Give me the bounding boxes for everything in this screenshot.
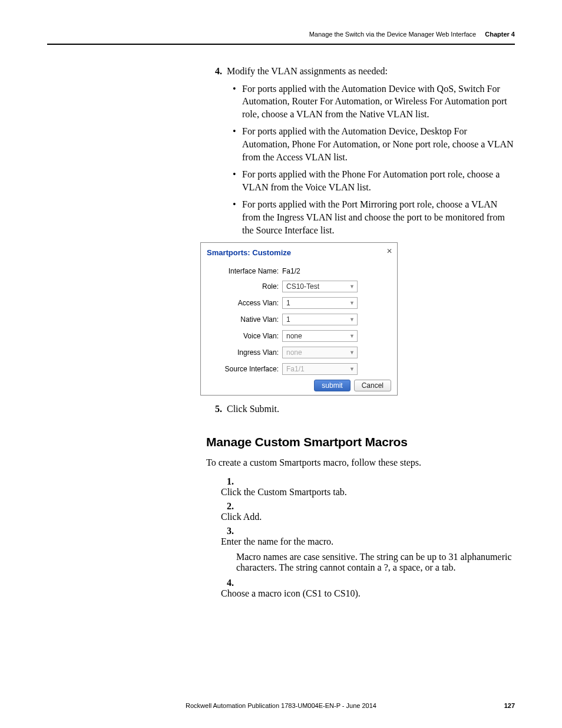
header-rule: [47, 44, 515, 45]
label-voice-vlan: Voice Vlan:: [207, 331, 282, 341]
value-interface-name: Fa1/2: [282, 266, 300, 276]
dialog-title: Smartports: Customize: [207, 248, 391, 258]
s2-step-1: 1. Click the Custom Smartports tab.: [221, 476, 515, 498]
label-native-vlan: Native Vlan:: [207, 315, 282, 324]
chevron-down-icon: ▼: [349, 349, 355, 356]
s2-step-2: 2. Click Add.: [221, 501, 515, 522]
row-ingress-vlan: Ingress Vlan: none ▼: [207, 347, 391, 358]
section-heading: Manage Custom Smartport Macros: [206, 435, 515, 449]
row-voice-vlan: Voice Vlan: none ▼: [207, 330, 391, 342]
chevron-down-icon: ▼: [349, 332, 355, 340]
chevron-down-icon: ▼: [349, 283, 355, 290]
s2-step-4-marker: 4.: [221, 578, 234, 588]
select-source-interface: Fa1/1 ▼: [282, 363, 358, 375]
step-4-text: Modify the VLAN assignments as needed:: [227, 65, 508, 78]
page-footer: Rockwell Automation Publication 1783-UM0…: [47, 702, 515, 709]
main-content: 4. Modify the VLAN assignments as needed…: [209, 65, 515, 415]
bullet-3: For ports applied with the Phone For Aut…: [233, 168, 515, 193]
row-role: Role: CS10-Test ▼: [207, 281, 391, 292]
select-ingress-vlan-value: none: [286, 348, 302, 357]
s2-step-2-marker: 2.: [221, 501, 234, 512]
select-native-vlan-value: 1: [286, 315, 290, 324]
select-source-interface-value: Fa1/1: [286, 364, 305, 374]
row-access-vlan: Access Vlan: 1 ▼: [207, 297, 391, 309]
bullet-4: For ports applied with the Port Mirrorin…: [233, 198, 515, 236]
page-header: Manage the Switch via the Device Manager…: [309, 31, 515, 38]
header-section: Manage the Switch via the Device Manager…: [309, 31, 477, 38]
step-list-2: 1. Click the Custom Smartports tab. 2. C…: [221, 476, 515, 599]
section-2: Manage Custom Smartport Macros To create…: [206, 435, 515, 599]
smartports-dialog: ✕ Smartports: Customize Interface Name: …: [200, 242, 398, 396]
step-4-marker: 4.: [209, 65, 222, 78]
s2-step-1-text: Click the Custom Smartports tab.: [221, 487, 503, 498]
s2-step-3-marker: 3.: [221, 526, 234, 536]
step-5-text: Click Submit.: [227, 403, 508, 416]
submit-button[interactable]: submit: [314, 380, 350, 391]
chevron-down-icon: ▼: [349, 365, 355, 373]
step-4-bullets: For ports applied with the Automation De…: [233, 83, 515, 237]
row-interface-name: Interface Name: Fa1/2: [207, 266, 391, 276]
s2-step-3-text: Enter the name for the macro.: [221, 536, 503, 547]
section-intro: To create a custom Smartports macro, fol…: [206, 457, 515, 468]
bullet-1: For ports applied with the Automation De…: [233, 83, 515, 121]
label-interface-name: Interface Name:: [207, 266, 282, 276]
s2-step-4-text: Choose a macro icon (CS1 to CS10).: [221, 588, 503, 599]
row-source-interface: Source Interface: Fa1/1 ▼: [207, 363, 391, 375]
cancel-button[interactable]: Cancel: [354, 380, 391, 391]
header-chapter: Chapter 4: [485, 31, 515, 38]
select-access-vlan-value: 1: [286, 298, 290, 308]
smartports-dialog-wrap: ✕ Smartports: Customize Interface Name: …: [200, 242, 515, 396]
label-source-interface: Source Interface:: [207, 364, 282, 374]
label-role: Role:: [207, 282, 282, 291]
row-native-vlan: Native Vlan: 1 ▼: [207, 314, 391, 325]
select-voice-vlan-value: none: [286, 331, 302, 341]
select-voice-vlan[interactable]: none ▼: [282, 330, 358, 342]
label-ingress-vlan: Ingress Vlan:: [207, 348, 282, 357]
step-list-1: 4. Modify the VLAN assignments as needed…: [209, 65, 515, 415]
select-role-value: CS10-Test: [286, 282, 319, 291]
close-icon[interactable]: ✕: [386, 246, 392, 256]
s2-step-3-note: Macro names are case sensitive. The stri…: [236, 552, 518, 573]
step-5: 5. Click Submit.: [209, 403, 515, 416]
footer-publication: Rockwell Automation Publication 1783-UM0…: [186, 702, 376, 709]
chevron-down-icon: ▼: [349, 299, 355, 307]
step-4: 4. Modify the VLAN assignments as needed…: [209, 65, 515, 396]
select-native-vlan[interactable]: 1 ▼: [282, 314, 358, 325]
s2-step-3: 3. Enter the name for the macro. Macro n…: [221, 526, 515, 573]
dialog-buttons: submit Cancel: [207, 380, 391, 391]
footer-page-number: 127: [504, 702, 515, 709]
bullet-2: For ports applied with the Automation De…: [233, 125, 515, 163]
select-access-vlan[interactable]: 1 ▼: [282, 297, 358, 309]
select-role[interactable]: CS10-Test ▼: [282, 281, 358, 292]
step-5-marker: 5.: [209, 403, 222, 416]
chevron-down-icon: ▼: [349, 316, 355, 323]
s2-step-2-text: Click Add.: [221, 512, 503, 522]
select-ingress-vlan: none ▼: [282, 347, 358, 358]
s2-step-4: 4. Choose a macro icon (CS1 to CS10).: [221, 578, 515, 599]
s2-step-1-marker: 1.: [221, 476, 234, 487]
label-access-vlan: Access Vlan:: [207, 298, 282, 308]
